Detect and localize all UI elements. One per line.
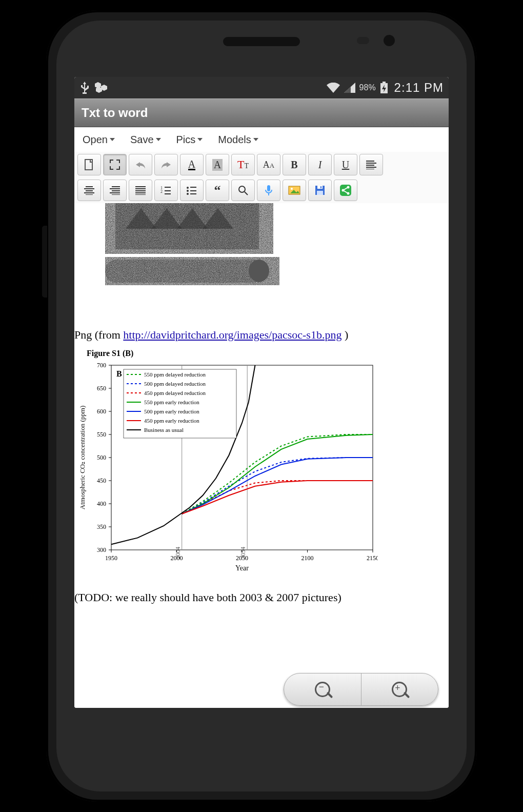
undo-icon — [135, 160, 146, 169]
fullscreen-icon — [109, 159, 120, 170]
zoom-in-button[interactable]: + — [361, 674, 438, 705]
caret-icon — [110, 138, 115, 141]
italic-button[interactable]: I — [308, 154, 332, 175]
align-justify-button[interactable] — [129, 180, 152, 201]
align-right-button[interactable] — [103, 180, 127, 201]
battery-percent: 98% — [359, 83, 376, 92]
phone-side-button — [42, 226, 47, 298]
figure-title: Figure S1 (B) — [87, 349, 449, 358]
align-center-icon — [84, 186, 94, 195]
svg-rect-16 — [112, 186, 120, 187]
menu-save[interactable]: Save — [130, 134, 161, 146]
png-source-link[interactable]: http://davidpritchard.org/images/pacsoc-… — [123, 328, 341, 341]
svg-point-33 — [187, 193, 189, 195]
todo-note: (TODO: we really should have both 2003 &… — [74, 591, 449, 604]
svg-text:B: B — [116, 369, 122, 378]
find-icon — [237, 185, 249, 196]
find-button[interactable] — [231, 180, 255, 201]
font-family-button[interactable]: AA — [257, 154, 280, 175]
insert-image-icon — [288, 186, 300, 195]
svg-text:550 ppm early reduction: 550 ppm early reduction — [144, 399, 199, 405]
svg-rect-12 — [84, 188, 94, 189]
svg-rect-8 — [366, 165, 374, 166]
svg-text:Atmospheric CO₂ concentration : Atmospheric CO₂ concentration (ppm) — [78, 406, 86, 509]
svg-point-32 — [187, 190, 189, 192]
chart-figure: 1950200020502100215030035040045050055060… — [75, 360, 449, 578]
network-icon — [95, 82, 108, 93]
share-button[interactable] — [334, 180, 357, 201]
document-canvas[interactable]: Png (from http://davidpritchard.org/imag… — [74, 203, 449, 708]
fullscreen-button[interactable] — [103, 154, 127, 175]
save-disk-button[interactable] — [308, 180, 332, 201]
undo-button[interactable] — [129, 154, 152, 175]
svg-rect-24 — [135, 192, 146, 193]
svg-text:1950: 1950 — [105, 554, 117, 562]
svg-rect-5 — [85, 160, 92, 170]
caret-icon — [197, 138, 203, 141]
zoom-control: − + — [284, 673, 438, 706]
svg-text:500 ppm early reduction: 500 ppm early reduction — [144, 408, 199, 414]
svg-rect-39 — [267, 185, 270, 191]
blockquote-button[interactable]: “ — [206, 180, 229, 201]
battery-charging-icon — [380, 82, 388, 94]
usb-icon — [79, 82, 90, 94]
menu-models[interactable]: Models — [218, 134, 258, 146]
zoom-out-button[interactable]: − — [284, 674, 361, 705]
svg-rect-47 — [320, 186, 321, 188]
underline-button[interactable]: U — [334, 154, 357, 175]
font-size-button[interactable]: TT — [231, 154, 255, 175]
svg-text:450 ppm early reduction: 450 ppm early reduction — [144, 418, 199, 424]
new-file-icon — [84, 159, 94, 171]
unordered-list-button[interactable] — [180, 180, 204, 201]
svg-text:Business as usual: Business as usual — [144, 427, 184, 433]
svg-rect-6 — [366, 161, 374, 162]
svg-rect-22 — [135, 188, 146, 189]
svg-rect-19 — [110, 192, 120, 193]
svg-text:650: 650 — [97, 385, 106, 392]
font-family-icon: AA — [263, 160, 274, 170]
svg-text:300: 300 — [97, 546, 106, 553]
highlight-button[interactable]: A — [206, 154, 229, 175]
voice-button[interactable] — [257, 180, 280, 201]
svg-rect-36 — [190, 193, 196, 194]
redo-button[interactable] — [154, 154, 178, 175]
svg-rect-7 — [366, 163, 376, 164]
voice-icon — [265, 185, 273, 196]
font-size-icon: TT — [237, 158, 249, 171]
highlight-icon: A — [212, 159, 223, 171]
svg-text:600: 600 — [97, 408, 106, 415]
bold-button[interactable]: B — [283, 154, 306, 175]
svg-rect-21 — [135, 186, 146, 187]
svg-rect-13 — [86, 190, 93, 191]
svg-text:2100: 2100 — [301, 554, 314, 562]
svg-rect-28 — [165, 187, 171, 188]
align-left-button[interactable] — [359, 154, 383, 175]
align-justify-icon — [135, 186, 146, 195]
italic-icon: I — [318, 159, 322, 171]
svg-rect-25 — [135, 194, 146, 195]
svg-text:550 ppm delayed reduction: 550 ppm delayed reduction — [144, 371, 206, 378]
svg-rect-45 — [317, 186, 323, 189]
align-right-icon — [110, 186, 120, 195]
menu-open[interactable]: Open — [83, 134, 115, 146]
png-caption-prefix: Png (from — [74, 328, 123, 341]
svg-rect-11 — [86, 186, 93, 187]
menu-pics[interactable]: Pics — [176, 134, 203, 146]
caret-icon — [156, 138, 161, 141]
ordered-list-button[interactable]: 12 — [154, 180, 178, 201]
align-center-button[interactable] — [77, 180, 101, 201]
svg-text:400: 400 — [97, 500, 106, 507]
insert-image-button[interactable] — [283, 180, 306, 201]
svg-point-42 — [291, 188, 293, 190]
android-status-bar: 98% 2:11 PM — [74, 77, 449, 98]
svg-point-31 — [187, 187, 189, 189]
new-file-button[interactable] — [77, 154, 101, 175]
svg-text:Year: Year — [235, 564, 249, 572]
phone-front-camera — [384, 35, 395, 46]
text-color-button[interactable]: A — [180, 154, 204, 175]
png-caption-suffix: ) — [341, 328, 348, 341]
svg-text:450 ppm delayed reduction: 450 ppm delayed reduction — [144, 390, 206, 396]
app-title-bar: Txt to word — [74, 98, 449, 127]
svg-text:2150: 2150 — [367, 554, 378, 562]
svg-text:550: 550 — [97, 431, 106, 438]
